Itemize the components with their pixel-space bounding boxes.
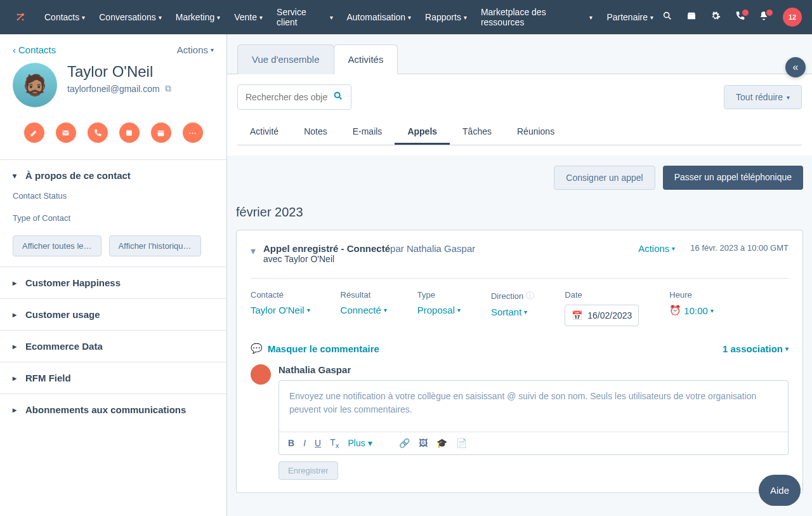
nav-right: 12 (662, 8, 802, 27)
card-actions-dropdown[interactable]: Actions ▾ (638, 243, 675, 254)
date-input[interactable]: 📅16/02/2023 (565, 305, 639, 326)
image-icon[interactable]: 🖼 (419, 438, 428, 448)
search-input-wrap[interactable] (237, 84, 351, 110)
subtab-activite[interactable]: Activité (237, 120, 291, 145)
user-avatar-badge[interactable]: 12 (783, 8, 802, 27)
note-button[interactable] (24, 122, 44, 143)
search-input[interactable] (246, 92, 328, 102)
nav-automatisation[interactable]: Automatisation ▾ (341, 2, 418, 32)
nav-partenaire[interactable]: Partenaire ▾ (600, 2, 660, 32)
back-to-contacts[interactable]: ‹ Contacts (13, 44, 56, 55)
section-ecommerce-data[interactable]: ▸Ecommerce Data (0, 331, 226, 362)
underline-icon[interactable]: U (315, 438, 321, 448)
sidebar-actions-dropdown[interactable]: Actions ▾ (177, 44, 214, 55)
svg-line-12 (339, 97, 341, 99)
hide-comment-toggle[interactable]: 💬Masquer le commentaire (251, 343, 379, 354)
comment-editor[interactable]: Envoyez une notification à votre collègu… (278, 380, 789, 455)
clear-format-icon[interactable]: Tx (330, 437, 339, 449)
save-comment-button[interactable]: Enregistrer (278, 461, 338, 480)
svg-rect-8 (126, 130, 132, 136)
calendar-icon: 📅 (572, 310, 582, 321)
gear-icon[interactable] (710, 11, 723, 23)
nav-service[interactable]: Service client ▾ (270, 2, 339, 32)
meeting-button[interactable] (151, 122, 171, 143)
collapse-card-icon[interactable]: ▾ (251, 245, 256, 257)
quick-action-buttons: ⋯ (0, 107, 226, 159)
type-label: Type (417, 290, 461, 300)
tab-overview[interactable]: Vue d'ensemble (237, 44, 334, 74)
svg-point-4 (664, 13, 669, 18)
show-history-button[interactable]: Afficher l'historique d… (109, 235, 201, 256)
result-label: Résultat (341, 290, 387, 300)
section-rfm-field[interactable]: ▸RFM Field (0, 362, 226, 394)
about-section: ▾À propos de ce contact Contact Status T… (0, 159, 226, 267)
sidebar: ‹ Contacts Actions ▾ 🧔🏽 Taylor O'Neil ta… (0, 34, 227, 516)
search-icon[interactable] (662, 11, 675, 23)
nav-conversations[interactable]: Conversations ▾ (93, 2, 168, 32)
section-communication-subscriptions[interactable]: ▸Abonnements aux communications (0, 394, 226, 425)
marketplace-icon[interactable] (686, 11, 699, 23)
document-icon[interactable]: 📄 (456, 438, 467, 448)
contacted-label: Contacté (251, 290, 310, 300)
log-button[interactable] (119, 122, 140, 143)
nav-marketing[interactable]: Marketing ▾ (169, 2, 226, 32)
subtab-appels[interactable]: Appels (395, 120, 450, 145)
hour-label: Heure (669, 290, 714, 300)
month-label: février 2023 (227, 200, 812, 230)
result-value[interactable]: Connecté ▾ (341, 305, 387, 315)
subtab-reunions[interactable]: Réunions (504, 120, 567, 145)
contact-email: taylorfoneil@gmail.com ⧉ (67, 83, 171, 94)
contact-status-label: Contact Status (13, 191, 214, 201)
snippet-icon[interactable]: 🎓 (436, 438, 447, 448)
bell-icon[interactable] (759, 11, 771, 23)
call-button[interactable] (88, 122, 108, 143)
contact-name: Taylor O'Neil (67, 63, 171, 81)
nav-vente[interactable]: Vente ▾ (228, 2, 269, 32)
copy-icon[interactable]: ⧉ (165, 83, 171, 94)
associations-dropdown[interactable]: 1 association ▾ (723, 343, 789, 354)
italic-icon[interactable]: I (303, 438, 306, 448)
main-content: « Vue d'ensemble Activités Tout réduire … (227, 34, 812, 516)
subtab-notes[interactable]: Notes (291, 120, 340, 145)
nav-contacts[interactable]: Contacts ▾ (38, 2, 91, 32)
search-icon[interactable] (333, 91, 343, 103)
log-call-button[interactable]: Consigner un appel (554, 166, 655, 190)
info-icon[interactable]: ⓘ (526, 290, 534, 301)
nav-marketplace[interactable]: Marketplace des ressources ▾ (475, 2, 599, 32)
nav-items: Contacts ▾ Conversations ▾ Marketing ▾ V… (38, 2, 660, 32)
comment-placeholder[interactable]: Envoyez une notification à votre collègu… (279, 381, 788, 432)
hour-value[interactable]: ⏰ 10:00 ▾ (669, 305, 714, 316)
type-value[interactable]: Proposal ▾ (417, 305, 461, 315)
section-customer-happiness[interactable]: ▸Customer Happiness (0, 267, 226, 298)
call-card: ▾ Appel enregistré - Connectépar Nathali… (236, 230, 803, 493)
svg-point-3 (22, 19, 24, 21)
subtab-taches[interactable]: Tâches (450, 120, 504, 145)
subtab-emails[interactable]: E-mails (340, 120, 395, 145)
avatar: 🧔🏽 (13, 63, 57, 107)
card-subtitle: avec Taylor O'Neil (263, 254, 631, 264)
more-button[interactable]: ⋯ (183, 122, 203, 143)
type-of-contact-label: Type of Contact (13, 213, 214, 223)
phone-icon[interactable] (735, 11, 747, 23)
direction-label: Direction ⓘ (491, 290, 534, 301)
collapse-right-panel-button[interactable]: « (785, 57, 806, 77)
svg-point-11 (335, 93, 340, 98)
comment-icon: 💬 (251, 343, 263, 354)
collapse-all-button[interactable]: Tout réduire ▾ (724, 85, 802, 109)
more-format-dropdown[interactable]: Plus ▾ (348, 438, 372, 448)
bold-icon[interactable]: B (288, 438, 294, 448)
make-call-button[interactable]: Passer un appel téléphonique (663, 166, 803, 190)
hubspot-logo-icon[interactable] (10, 7, 30, 27)
direction-value[interactable]: Sortant ▾ (491, 307, 534, 317)
clock-icon: ⏰ (669, 305, 681, 316)
about-header[interactable]: ▾À propos de ce contact (0, 160, 226, 191)
show-all-button[interactable]: Afficher toutes le… (13, 235, 102, 256)
link-icon[interactable]: 🔗 (399, 438, 410, 448)
help-button[interactable]: Aide (759, 475, 801, 506)
section-customer-usage[interactable]: ▸Customer usage (0, 299, 226, 330)
tab-activities[interactable]: Activités (334, 44, 398, 74)
contacted-value[interactable]: Taylor O'Neil ▾ (251, 305, 310, 315)
card-timestamp: 16 févr. 2023 à 10:00 GMT (690, 243, 789, 253)
nav-rapports[interactable]: Rapports ▾ (419, 2, 473, 32)
email-button[interactable] (56, 122, 76, 143)
